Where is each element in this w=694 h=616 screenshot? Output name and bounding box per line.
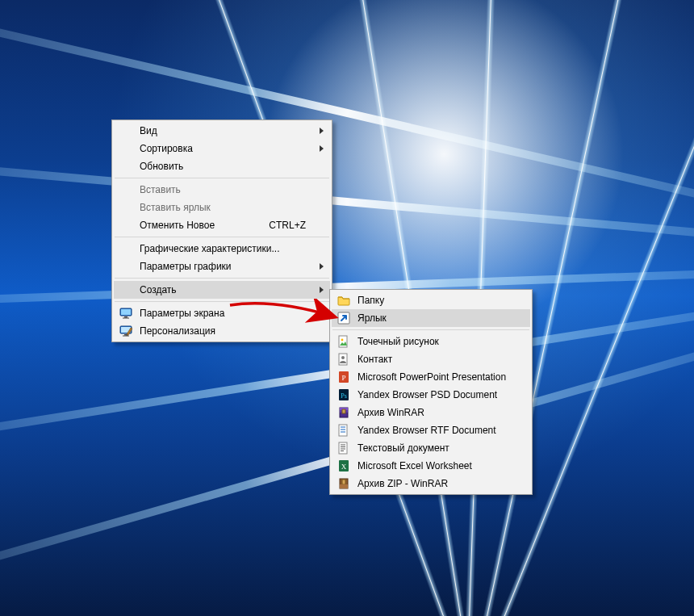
folder-icon: [337, 294, 350, 307]
submenu-arrow-icon: [320, 145, 324, 152]
rar-icon: [337, 406, 350, 419]
light-beam: [0, 152, 694, 251]
context_menu-separator: [115, 178, 329, 178]
xls-icon: [337, 459, 350, 472]
submenu_new-item-label: Текстовый документ: [357, 442, 449, 454]
context_menu-item-label: Сортировка: [140, 143, 193, 154]
menu-shortcut: CTRL+Z: [269, 220, 306, 231]
display-icon: [119, 307, 132, 320]
submenu_new-item[interactable]: Точечный рисунок: [332, 333, 530, 350]
submenu_new-item[interactable]: Yandex Browser PSD Document: [332, 386, 530, 404]
submenu_new-item[interactable]: Архив ZIP - WinRAR: [332, 475, 530, 492]
submenu_new-item-label: Контакт: [357, 354, 392, 365]
light-beam: [0, 0, 694, 235]
context_menu-separator: [115, 278, 329, 279]
context_menu-item-label: Графические характеристики...: [140, 243, 279, 254]
context_menu-item[interactable]: Отменить НовоеCTRL+Z: [114, 216, 330, 234]
submenu_new-item[interactable]: Папку: [332, 291, 530, 309]
context_menu-item-label: Вставить: [140, 184, 181, 195]
context_menu-item-label: Отменить Новое: [140, 220, 215, 231]
contact-icon: [337, 353, 350, 366]
submenu_new-separator: [332, 329, 529, 330]
shortcut-icon: [337, 312, 350, 325]
context_menu-item[interactable]: Параметры экрана: [114, 304, 330, 322]
context_menu-item[interactable]: Параметры графики: [114, 258, 330, 275]
txt-icon: [337, 442, 350, 455]
context_menu-item-label: Персонализация: [140, 325, 215, 337]
context_menu-item: Вставить ярлык: [114, 199, 330, 216]
submenu-arrow-icon: [320, 263, 324, 270]
psd-icon: [337, 388, 350, 401]
context_menu-item[interactable]: Персонализация: [114, 322, 330, 340]
submenu_new-item[interactable]: Microsoft PowerPoint Presentation: [332, 368, 530, 386]
submenu_new-item[interactable]: Текстовый документ: [332, 439, 530, 457]
ppt-icon: [337, 371, 350, 383]
submenu_new-item[interactable]: Microsoft Excel Worksheet: [332, 457, 530, 475]
submenu_new-item-label: Ярлык: [357, 312, 387, 324]
bmp-icon: [337, 335, 350, 348]
context_menu-separator: [115, 237, 329, 237]
context_menu-item-label: Обновить: [140, 161, 183, 172]
zip-icon: [337, 477, 350, 490]
submenu_new-item-label: Microsoft PowerPoint Presentation: [357, 371, 506, 383]
submenu_new-item-label: Папку: [357, 295, 384, 306]
submenu_new-item[interactable]: Контакт: [332, 350, 530, 368]
context_menu-item[interactable]: Вид: [114, 122, 330, 140]
submenu_new-item-label: Microsoft Excel Worksheet: [357, 460, 472, 471]
submenu_new-item-label: Yandex Browser RTF Document: [357, 425, 496, 436]
submenu_new-item-label: Архив WinRAR: [357, 407, 424, 418]
submenu_new-item[interactable]: Архив WinRAR: [332, 404, 530, 421]
context_menu-item[interactable]: Графические характеристики...: [114, 240, 330, 258]
submenu-arrow-icon: [320, 128, 324, 134]
personalize-icon: [119, 325, 132, 337]
context_menu-item[interactable]: Сортировка: [114, 140, 330, 157]
desktop-context-menu: ВидСортировкаОбновитьВставитьВставить яр…: [111, 119, 332, 342]
context_menu-item-label: Параметры экрана: [140, 308, 224, 319]
context_menu-item[interactable]: Создать: [114, 281, 330, 299]
submenu_new-item-label: Точечный рисунок: [357, 336, 439, 347]
context_menu-item-label: Параметры графики: [140, 261, 232, 272]
desktop-wallpaper[interactable]: ВидСортировкаОбновитьВставитьВставить яр…: [0, 0, 694, 616]
context_menu-separator: [115, 301, 329, 302]
submenu-new: ПапкуЯрлыкТочечный рисунокКонтактMicroso…: [329, 289, 533, 495]
context_menu-item-label: Создать: [140, 284, 177, 295]
submenu_new-item[interactable]: Ярлык: [332, 309, 530, 327]
context_menu-item-label: Вид: [140, 125, 157, 136]
submenu-arrow-icon: [320, 287, 324, 293]
rtf-icon: [337, 424, 350, 437]
submenu_new-item[interactable]: Yandex Browser RTF Document: [332, 421, 530, 439]
context_menu-item-label: Вставить ярлык: [140, 202, 211, 213]
submenu_new-item-label: Архив ZIP - WinRAR: [357, 478, 448, 489]
context_menu-item[interactable]: Обновить: [114, 157, 330, 175]
submenu_new-item-label: Yandex Browser PSD Document: [357, 389, 497, 400]
context_menu-item: Вставить: [114, 181, 330, 199]
